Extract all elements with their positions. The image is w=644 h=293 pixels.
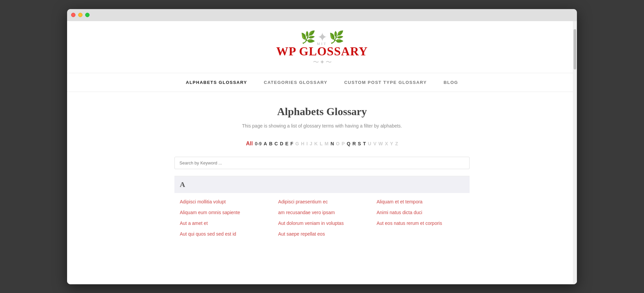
alpha-filter-item-t[interactable]: T [363, 141, 366, 146]
alpha-filter-item-u[interactable]: U [368, 141, 371, 146]
maximize-button[interactable] [85, 13, 90, 17]
search-input[interactable] [174, 157, 470, 169]
alpha-filter-item-d[interactable]: D [280, 141, 283, 146]
glossary-term[interactable]: Aut dolorum veniam in voluptas [273, 218, 371, 229]
glossary-term[interactable]: Aliquam eum omnis sapiente [174, 207, 273, 218]
glossary-term[interactable]: Adipisci mollitia volupt [174, 196, 273, 207]
alpha-filter-item-l[interactable]: L [320, 141, 323, 146]
alpha-filter-item-all[interactable]: All [246, 141, 253, 147]
glossary-sections: AAdipisci mollitia voluptAdipisci praese… [174, 176, 470, 243]
alpha-filter-item-b[interactable]: B [269, 141, 272, 146]
alpha-filter-item-s[interactable]: S [358, 141, 361, 146]
alpha-filter-item-m[interactable]: M [325, 141, 329, 146]
glossary-grid: Adipisci mollitia voluptAdipisci praesen… [174, 193, 470, 243]
search-container [174, 157, 470, 169]
browser-window: 🌿 ✦ 🌿 MIT WP GLOSSARY 〜 ✦ 〜 ALPHABETS GL… [67, 9, 577, 284]
nav-item-blog[interactable]: BLOG [443, 80, 458, 85]
nav-item-custom-post-type[interactable]: CUSTOM POST TYPE GLOSSARY [344, 80, 427, 85]
page-content: 🌿 ✦ 🌿 MIT WP GLOSSARY 〜 ✦ 〜 ALPHABETS GL… [67, 21, 577, 284]
main-content: Alphabets Glossary This page is showing … [168, 92, 476, 256]
letter-section-a: AAdipisci mollitia voluptAdipisci praese… [174, 176, 470, 243]
page-description: This page is showing a list of glossary … [174, 123, 470, 129]
alpha-filter-item-j[interactable]: J [310, 141, 312, 146]
minimize-button[interactable] [78, 13, 83, 17]
close-button[interactable] [71, 13, 75, 17]
alpha-filter-item-09[interactable]: 0-9 [255, 141, 262, 146]
page-title: Alphabets Glossary [174, 105, 470, 118]
alpha-filter-item-o[interactable]: O [336, 141, 340, 146]
alpha-filter-item-z[interactable]: Z [395, 141, 398, 146]
logo-ornament-bottom: 〜 ✦ 〜 [74, 58, 570, 66]
alpha-filter-item-v[interactable]: V [373, 141, 376, 146]
titlebar [67, 9, 577, 21]
glossary-term[interactable]: Animi natus dicta duci [371, 207, 470, 218]
site-header: 🌿 ✦ 🌿 MIT WP GLOSSARY 〜 ✦ 〜 [67, 21, 577, 74]
alphabet-filter: All0-9ABCDEFGHIJKLMNOPQRSTUVWXYZ [174, 141, 470, 147]
logo-title: WP GLOSSARY [74, 45, 570, 58]
glossary-term[interactable]: Aut eos natus rerum et corporis [371, 218, 470, 229]
alpha-filter-item-k[interactable]: K [314, 141, 318, 146]
alpha-filter-item-x[interactable]: X [385, 141, 388, 146]
main-nav: ALPHABETS GLOSSARY CATEGORIES GLOSSARY C… [67, 73, 577, 92]
glossary-term[interactable]: am recusandae vero ipsam [273, 207, 371, 218]
alpha-filter-item-y[interactable]: Y [390, 141, 393, 146]
letter-header: A [174, 176, 470, 193]
alpha-filter-item-n[interactable]: N [330, 141, 334, 146]
nav-item-alphabets[interactable]: ALPHABETS GLOSSARY [186, 80, 247, 85]
logo-ornament-top: 🌿 ✦ 🌿 [74, 31, 570, 43]
alpha-filter-item-e[interactable]: E [285, 141, 288, 146]
alpha-filter-item-i[interactable]: I [306, 141, 308, 146]
alpha-filter-item-q[interactable]: Q [347, 141, 351, 146]
nav-item-categories[interactable]: CATEGORIES GLOSSARY [264, 80, 328, 85]
alpha-filter-item-a[interactable]: A [264, 141, 267, 146]
scrollbar[interactable] [573, 21, 577, 284]
alpha-filter-item-w[interactable]: W [378, 141, 383, 146]
alpha-filter-item-p[interactable]: P [341, 141, 344, 146]
glossary-term[interactable]: Adipisci praesentium ec [273, 196, 371, 207]
alpha-filter-item-c[interactable]: C [274, 141, 278, 146]
alpha-filter-item-g[interactable]: G [295, 141, 299, 146]
alpha-filter-item-f[interactable]: F [290, 141, 293, 146]
glossary-term[interactable]: Aliquam et et tempora [371, 196, 470, 207]
glossary-term[interactable]: Aut qui quos sed sed est id [174, 229, 273, 239]
alpha-filter-item-h[interactable]: H [301, 141, 304, 146]
alpha-filter-item-r[interactable]: R [353, 141, 356, 146]
scrollbar-thumb[interactable] [574, 29, 576, 69]
glossary-term[interactable]: Aut a amet et [174, 218, 273, 229]
glossary-term[interactable]: Aut saepe repellat eos [273, 229, 371, 239]
